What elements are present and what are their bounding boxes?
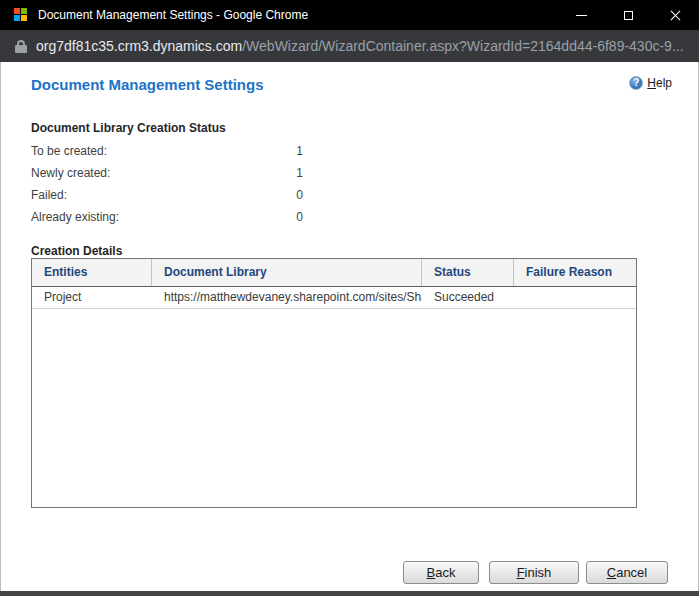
url-path: /WebWizard/WizardContainer.aspx?WizardId… — [242, 38, 683, 54]
chrome-popup-window: Document Management Settings - Google Ch… — [0, 0, 699, 596]
table-header-row: Entities Document Library Status Failure… — [32, 259, 636, 287]
status-value: 0 — [296, 210, 303, 224]
url-input[interactable]: org7df81c35.crm3.dynamics.com/WebWizard/… — [36, 38, 684, 54]
cell-entity: Project — [32, 287, 152, 308]
column-header-entities: Entities — [32, 259, 152, 286]
finish-button[interactable]: Finish — [489, 561, 579, 584]
status-row-already-existing: Already existing: 0 — [31, 206, 303, 228]
back-button[interactable]: Back — [403, 561, 479, 584]
status-value: 0 — [296, 188, 303, 202]
status-value: 1 — [296, 166, 303, 180]
cell-document-library: https://matthewdevaney.sharepoint.com/si… — [152, 287, 422, 308]
wizard-page: Document Management Settings ? Help Docu… — [0, 62, 699, 591]
help-label: Help — [647, 76, 672, 90]
cell-failure-reason — [514, 287, 636, 308]
microsoft-logo-icon — [14, 8, 28, 22]
maximize-icon — [624, 11, 633, 20]
status-label: Failed: — [31, 188, 67, 202]
help-icon: ? — [629, 76, 643, 90]
cell-status: Succeeded — [422, 287, 514, 308]
status-row-to-be-created: To be created: 1 — [31, 140, 303, 162]
lock-icon[interactable] — [15, 40, 27, 53]
status-label: To be created: — [31, 144, 107, 158]
minimize-icon — [576, 15, 587, 16]
status-row-failed: Failed: 0 — [31, 184, 303, 206]
table-row[interactable]: Project https://matthewdevaney.sharepoin… — [32, 287, 636, 309]
page-title: Document Management Settings — [31, 76, 264, 93]
status-value: 1 — [296, 144, 303, 158]
window-title: Document Management Settings - Google Ch… — [38, 8, 558, 22]
maximize-button[interactable] — [605, 0, 652, 30]
address-bar: org7df81c35.crm3.dynamics.com/WebWizard/… — [0, 30, 699, 62]
window-bottom-edge — [0, 591, 699, 596]
title-bar[interactable]: Document Management Settings - Google Ch… — [0, 0, 699, 30]
cancel-button[interactable]: Cancel — [586, 561, 668, 584]
status-list: To be created: 1 Newly created: 1 Failed… — [31, 140, 303, 228]
minimize-button[interactable] — [558, 0, 605, 30]
window-controls — [558, 0, 699, 30]
status-label: Newly created: — [31, 166, 110, 180]
close-icon — [670, 10, 681, 21]
close-button[interactable] — [652, 0, 699, 30]
column-header-failure-reason: Failure Reason — [514, 259, 636, 286]
help-link[interactable]: ? Help — [629, 76, 672, 90]
status-row-newly-created: Newly created: 1 — [31, 162, 303, 184]
url-domain: org7df81c35.crm3.dynamics.com — [36, 38, 242, 54]
status-section-heading: Document Library Creation Status — [31, 121, 226, 135]
column-header-document-library: Document Library — [152, 259, 422, 286]
status-label: Already existing: — [31, 210, 119, 224]
creation-details-table: Entities Document Library Status Failure… — [31, 258, 637, 508]
details-section-heading: Creation Details — [31, 244, 122, 258]
column-header-status: Status — [422, 259, 514, 286]
